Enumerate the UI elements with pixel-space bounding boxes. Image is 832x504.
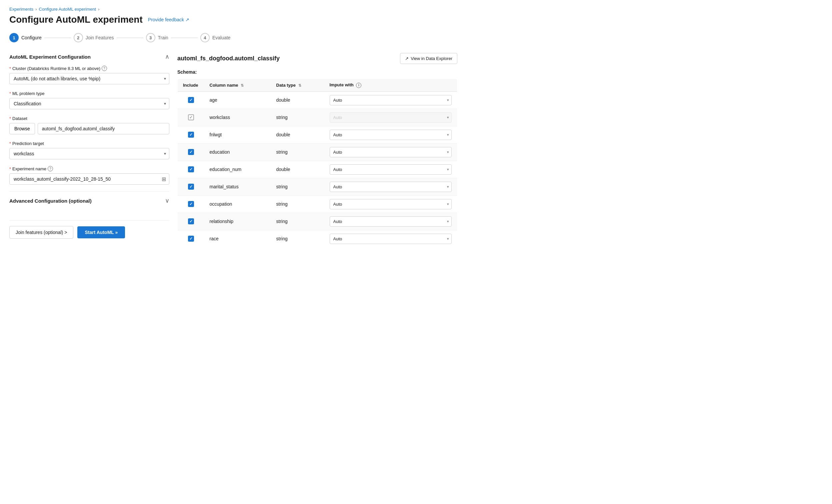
impute-cell[interactable]: Auto▾ xyxy=(324,178,457,195)
table-body: agedoubleAuto▾workclassstringAuto▾fnlwgt… xyxy=(178,91,457,247)
col-header-data-type[interactable]: Data type ⇅ xyxy=(271,79,324,92)
column-name-cell: education_num xyxy=(204,161,271,178)
include-cell[interactable] xyxy=(178,91,204,109)
include-cell[interactable] xyxy=(178,143,204,161)
impute-select-wrapper: Auto▾ xyxy=(330,130,452,140)
dataset-input[interactable] xyxy=(38,123,169,134)
section-header: AutoML Experiment Configuration ∧ xyxy=(9,53,169,60)
step-2[interactable]: 2 Join Features xyxy=(74,33,114,42)
impute-select[interactable]: Auto xyxy=(330,130,452,140)
step-1[interactable]: 1 Configure xyxy=(9,33,42,42)
feedback-link[interactable]: Provide feedback ↗ xyxy=(148,17,189,22)
cluster-help-icon[interactable]: ? xyxy=(102,66,107,71)
col-header-column-name[interactable]: Column name ⇅ xyxy=(204,79,271,92)
checkbox-checked[interactable] xyxy=(188,132,194,138)
breadcrumb-experiments[interactable]: Experiments xyxy=(9,7,33,12)
include-cell[interactable] xyxy=(178,195,204,213)
table-row: occupationstringAuto▾ xyxy=(178,195,457,213)
prediction-target-label: * Prediction target xyxy=(9,141,169,146)
checkbox-checked[interactable] xyxy=(188,97,194,103)
checkbox-checked[interactable] xyxy=(188,201,194,207)
impute-select[interactable]: Auto xyxy=(330,234,452,244)
include-cell[interactable] xyxy=(178,126,204,143)
include-cell[interactable] xyxy=(178,178,204,195)
impute-cell[interactable]: Auto▾ xyxy=(324,109,457,126)
ml-problem-select[interactable]: Classification xyxy=(9,98,169,109)
impute-cell[interactable]: Auto▾ xyxy=(324,91,457,109)
schema-label: Schema: xyxy=(177,69,457,75)
table-row: education_numdoubleAuto▾ xyxy=(178,161,457,178)
impute-select[interactable]: Auto xyxy=(330,112,452,123)
table-row: educationstringAuto▾ xyxy=(178,143,457,161)
bottom-bar: Join features (optional) > Start AutoML … xyxy=(9,220,169,239)
experiment-name-input[interactable] xyxy=(9,173,169,185)
step-4-circle: 4 xyxy=(200,33,210,42)
impute-cell[interactable]: Auto▾ xyxy=(324,213,457,230)
col-header-include: Include xyxy=(178,79,204,92)
column-name-cell: occupation xyxy=(204,195,271,213)
column-name-cell: education xyxy=(204,143,271,161)
cluster-select[interactable]: AutoML (do not attach libraries, use %pi… xyxy=(9,73,169,84)
checkbox-partial[interactable] xyxy=(188,114,194,120)
impute-select[interactable]: Auto xyxy=(330,147,452,157)
column-name-cell: age xyxy=(204,91,271,109)
collapse-icon[interactable]: ∧ xyxy=(165,53,169,60)
step-3-label: Train xyxy=(158,35,168,40)
impute-select[interactable]: Auto xyxy=(330,216,452,227)
table-row: fnlwgtdoubleAuto▾ xyxy=(178,126,457,143)
ml-problem-select-wrapper: Classification ▾ xyxy=(9,98,169,109)
checkbox-checked[interactable] xyxy=(188,184,194,190)
checkbox-checked[interactable] xyxy=(188,218,194,224)
checkbox-checked[interactable] xyxy=(188,149,194,155)
impute-cell[interactable]: Auto▾ xyxy=(324,126,457,143)
data-type-cell: string xyxy=(271,230,324,247)
impute-cell[interactable]: Auto▾ xyxy=(324,230,457,247)
cluster-select-wrapper: AutoML (do not attach libraries, use %pi… xyxy=(9,73,169,84)
checkbox-checked[interactable] xyxy=(188,236,194,242)
view-in-explorer-button[interactable]: ↗ View in Data Explorer xyxy=(400,53,457,64)
impute-help-icon[interactable]: i xyxy=(356,83,361,88)
experiment-help-icon[interactable]: ? xyxy=(48,166,53,171)
data-type-cell: string xyxy=(271,143,324,161)
column-name-cell: marital_status xyxy=(204,178,271,195)
browse-button[interactable]: Browse xyxy=(9,123,35,134)
impute-select[interactable]: Auto xyxy=(330,95,452,105)
impute-select[interactable]: Auto xyxy=(330,199,452,209)
impute-cell[interactable]: Auto▾ xyxy=(324,195,457,213)
advanced-label: Advanced Configuration (optional) xyxy=(9,198,92,204)
experiment-name-label: * Experiment name ? xyxy=(9,166,169,171)
step-3[interactable]: 3 Train xyxy=(146,33,168,42)
impute-select-wrapper: Auto▾ xyxy=(330,199,452,209)
breadcrumb-configure[interactable]: Configure AutoML experiment xyxy=(39,7,96,12)
include-cell[interactable] xyxy=(178,213,204,230)
advanced-section[interactable]: Advanced Configuration (optional) ∨ xyxy=(9,191,169,210)
include-cell[interactable] xyxy=(178,109,204,126)
step-4-label: Evaluate xyxy=(212,35,230,40)
include-cell[interactable] xyxy=(178,161,204,178)
advanced-expand-icon[interactable]: ∨ xyxy=(165,197,169,204)
impute-cell[interactable]: Auto▾ xyxy=(324,143,457,161)
join-features-button[interactable]: Join features (optional) > xyxy=(9,226,73,239)
breadcrumb-sep-2: › xyxy=(98,7,99,12)
table-row: racestringAuto▾ xyxy=(178,230,457,247)
impute-select-wrapper: Auto▾ xyxy=(330,112,452,123)
impute-select[interactable]: Auto xyxy=(330,182,452,192)
table-title: automl_fs_dogfood.automl_classify xyxy=(177,55,280,62)
section-title: AutoML Experiment Configuration xyxy=(9,54,91,60)
table-row: marital_statusstringAuto▾ xyxy=(178,178,457,195)
table-title-row: automl_fs_dogfood.automl_classify ↗ View… xyxy=(177,53,457,64)
step-2-circle: 2 xyxy=(74,33,83,42)
checkbox-checked[interactable] xyxy=(188,166,194,173)
page-container: Experiments › Configure AutoML experimen… xyxy=(0,0,467,254)
impute-select[interactable]: Auto xyxy=(330,164,452,175)
column-name-cell: fnlwgt xyxy=(204,126,271,143)
start-automl-button[interactable]: Start AutoML » xyxy=(77,226,125,238)
step-4[interactable]: 4 Evaluate xyxy=(200,33,230,42)
step-3-circle: 3 xyxy=(146,33,155,42)
prediction-target-select[interactable]: workclass xyxy=(9,148,169,159)
page-title: Configure AutoML experiment xyxy=(9,14,143,25)
data-type-cell: double xyxy=(271,91,324,109)
column-name-sort-icon: ⇅ xyxy=(241,83,244,87)
impute-cell[interactable]: Auto▾ xyxy=(324,161,457,178)
include-cell[interactable] xyxy=(178,230,204,247)
